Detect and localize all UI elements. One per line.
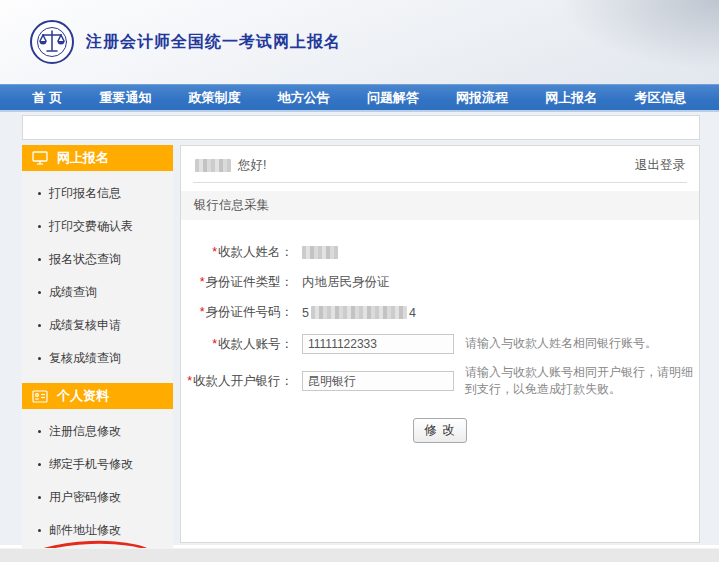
content-area: 网上报名 打印报名信息 打印交费确认表 报名状态查询 成绩查询 成绩复核申请 复… xyxy=(0,112,719,545)
form-row-account-number: *收款人账号： 请输入与收款人姓名相同银行账号。 xyxy=(181,334,699,354)
masked-username xyxy=(195,159,231,172)
button-row: 修 改 xyxy=(181,409,699,459)
nav-item-registration[interactable]: 网上报名 xyxy=(545,89,597,107)
nav-item-policies[interactable]: 政策制度 xyxy=(189,89,241,107)
form-row-payee-name: *收款人姓名： xyxy=(181,244,699,261)
sidebar-item-password-edit[interactable]: 用户密码修改 xyxy=(22,481,173,514)
form-row-bank-name: *收款人开户银行： 请输入与收款人账号相同开户银行，请明细到支行，以免造成打款失… xyxy=(181,364,699,399)
required-marker: * xyxy=(200,275,205,289)
sidebar-item-registration-info-edit[interactable]: 注册信息修改 xyxy=(22,415,173,448)
masked-payee-name xyxy=(302,246,338,259)
account-number-hint: 请输入与收款人姓名相同银行账号。 xyxy=(465,335,699,352)
field-label: 收款人姓名： xyxy=(218,245,293,259)
brand: 注册会计师全国统一考试网上报名 xyxy=(30,20,341,64)
sidebar-item-score-query[interactable]: 成绩查询 xyxy=(22,276,173,309)
sidebar-section-personal-info: 个人资料 xyxy=(22,383,173,409)
sidebar-item-phone-edit[interactable]: 绑定手机号修改 xyxy=(22,448,173,481)
form-row-id-type: *身份证件类型： 内地居民身份证 xyxy=(181,274,699,291)
greeting-text: 您好! xyxy=(238,157,266,174)
sidebar-item-email-edit[interactable]: 邮件地址修改 xyxy=(22,514,173,547)
site-header: 注册会计师全国统一考试网上报名 xyxy=(0,0,719,84)
field-label: 收款人开户银行： xyxy=(193,374,293,388)
sidebar-item-score-review-query[interactable]: 复核成绩查询 xyxy=(22,342,173,375)
sidebar-list-registration: 打印报名信息 打印交费确认表 报名状态查询 成绩查询 成绩复核申请 复核成绩查询 xyxy=(22,171,173,383)
form-row-id-number: *身份证件号码： 54 xyxy=(181,304,699,321)
bank-info-form: *收款人姓名： *身份证件类型： 内地居民身份证 *身份证件号码： 54 *收款… xyxy=(181,220,699,459)
empty-notice-box xyxy=(22,115,700,140)
required-marker: * xyxy=(187,374,192,388)
required-marker: * xyxy=(212,337,217,351)
field-label: 身份证件号码： xyxy=(206,305,294,319)
nav-item-faq[interactable]: 问题解答 xyxy=(367,89,419,107)
cpa-logo-icon xyxy=(30,20,74,64)
bottom-strip xyxy=(0,548,719,562)
id-number-suffix: 4 xyxy=(409,306,416,320)
id-number-prefix: 5 xyxy=(302,306,309,320)
sidebar: 网上报名 打印报名信息 打印交费确认表 报名状态查询 成绩查询 成绩复核申请 复… xyxy=(22,145,173,562)
required-marker: * xyxy=(212,245,217,259)
greeting-row: 您好! 退出登录 xyxy=(193,146,687,183)
payee-name-value xyxy=(302,246,345,260)
sidebar-section-title: 网上报名 xyxy=(57,149,109,167)
masked-id-number xyxy=(311,306,407,319)
id-number-value: 54 xyxy=(302,306,416,320)
sidebar-list-personal: 注册信息修改 绑定手机号修改 用户密码修改 邮件地址修改 银行信息采集 xyxy=(22,409,173,562)
id-type-value: 内地居民身份证 xyxy=(302,274,390,291)
sidebar-section-title: 个人资料 xyxy=(57,387,109,405)
sidebar-item-print-registration-info[interactable]: 打印报名信息 xyxy=(22,177,173,210)
logout-link[interactable]: 退出登录 xyxy=(635,157,685,174)
scales-of-justice-icon xyxy=(35,25,69,59)
sidebar-item-registration-status[interactable]: 报名状态查询 xyxy=(22,243,173,276)
sidebar-item-score-review-apply[interactable]: 成绩复核申请 xyxy=(22,309,173,342)
bank-name-input[interactable] xyxy=(302,371,454,391)
nav-item-home[interactable]: 首 页 xyxy=(33,89,63,107)
nav-item-notices[interactable]: 重要通知 xyxy=(99,89,151,107)
modify-button[interactable]: 修 改 xyxy=(413,418,466,443)
bank-name-hint: 请输入与收款人账号相同开户银行，请明细到支行，以免造成打款失败。 xyxy=(465,364,699,399)
main-nav: 首 页 重要通知 政策制度 地方公告 问题解答 网报流程 网上报名 考区信息 xyxy=(0,84,719,112)
nav-item-process[interactable]: 网报流程 xyxy=(456,89,508,107)
section-title-bar: 银行信息采集 xyxy=(181,191,699,220)
sidebar-section-online-registration: 网上报名 xyxy=(22,145,173,171)
site-title: 注册会计师全国统一考试网上报名 xyxy=(86,32,341,53)
nav-item-local-announcements[interactable]: 地方公告 xyxy=(278,89,330,107)
field-label: 收款人账号： xyxy=(218,337,293,351)
main-panel: 您好! 退出登录 银行信息采集 *收款人姓名： *身份证件类型： 内地居民身份证… xyxy=(180,145,700,543)
id-card-icon xyxy=(32,390,48,403)
monitor-icon xyxy=(32,151,48,165)
account-number-input[interactable] xyxy=(302,334,454,354)
field-label: 身份证件类型： xyxy=(206,275,294,289)
sidebar-item-print-payment-confirmation[interactable]: 打印交费确认表 xyxy=(22,210,173,243)
required-marker: * xyxy=(200,305,205,319)
nav-item-exam-area-info[interactable]: 考区信息 xyxy=(634,89,686,107)
